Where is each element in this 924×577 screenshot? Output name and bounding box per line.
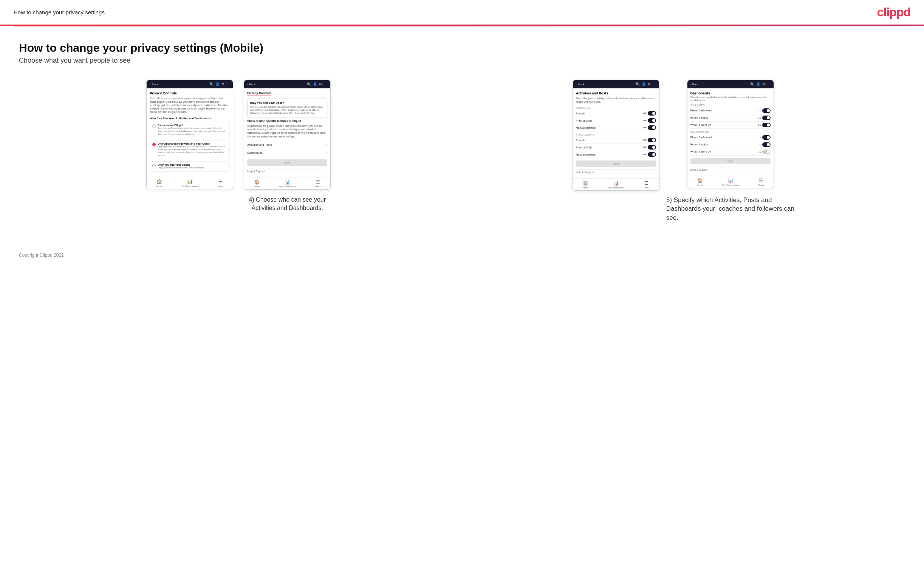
screen4-icons: 🔍 👤 ⚙ ⋮ — [750, 82, 771, 86]
screen4-section-title: Dashboards — [690, 91, 771, 95]
nav-menu[interactable]: ☰ Menu — [218, 179, 223, 187]
user-icon3[interactable]: 👤 — [642, 82, 646, 86]
screen3-f-manual-pill[interactable] — [648, 152, 656, 157]
screen4-f-round-insights-pill[interactable] — [762, 142, 771, 147]
screen4-what-to-work-switch[interactable]: ON — [758, 123, 771, 127]
performance-icon2: 📊 — [284, 179, 290, 185]
screen3-drills-switch[interactable]: ON — [643, 118, 656, 123]
search-icon2[interactable]: 🔍 — [307, 82, 311, 86]
settings-icon[interactable]: ⚙ — [221, 82, 225, 86]
screen4-what-to-work-pill[interactable] — [762, 123, 771, 127]
screen3-f-rounds-pill[interactable] — [648, 138, 656, 142]
radio-approved[interactable]: Only Approved Followers and Your Coach O… — [150, 140, 230, 160]
radio-you-coach[interactable]: Only You and Your Coach Only you and the… — [150, 161, 230, 172]
screen3-rounds-toggle: Rounds ON — [576, 110, 656, 117]
nav-home[interactable]: 🏠 Home — [157, 179, 163, 187]
screen3-manual-on: ON — [643, 126, 647, 129]
user-icon2[interactable]: 👤 — [313, 82, 317, 86]
screen3-rounds-pill[interactable] — [648, 111, 656, 116]
screen3-followers-label: FOLLOWERS — [576, 133, 656, 136]
screen4-what-to-work-toggle: What To Work On ON — [690, 122, 771, 129]
screen4-nav: ‹ Back 🔍 👤 ⚙ ⋮ — [687, 80, 774, 89]
user-icon4[interactable]: 👤 — [756, 82, 760, 86]
screen3-manual-switch[interactable]: ON — [643, 126, 656, 130]
screen4-round-insights-pill[interactable] — [762, 116, 771, 120]
search-icon[interactable]: 🔍 — [209, 82, 213, 86]
screen4-f-round-insights-switch[interactable]: ON — [758, 142, 771, 147]
dashboards-link[interactable]: Dashboards › — [247, 149, 327, 157]
menu-icon2: ☰ — [316, 179, 320, 185]
screen4-player-dash-switch[interactable]: ON — [758, 108, 771, 113]
screen1-icons: 🔍 👤 ⚙ ⋮ — [209, 82, 230, 86]
screen3-f-drills-switch[interactable]: ON — [643, 145, 656, 150]
screen4-f-what-to-work-switch[interactable]: ON — [758, 150, 771, 154]
screen4-bottom-nav: 🏠 Home 📊 My Performance ☰ Menu — [687, 176, 774, 188]
menu-dots-icon[interactable]: ⋮ — [226, 82, 230, 86]
screen2-show-hide-text: Regardless of the privacy controls that … — [247, 124, 327, 138]
screen4-save-btn[interactable]: Save — [690, 158, 771, 164]
screen4-f-what-to-work-pill[interactable] — [762, 150, 771, 154]
screen3-f-drills-toggle: Practice Drills ON — [576, 144, 656, 151]
screen4-round-insights-switch[interactable]: ON — [758, 116, 771, 120]
screen3-back[interactable]: ‹ Back — [576, 83, 585, 86]
screen3-manual-pill[interactable] — [648, 126, 656, 130]
caption5: 5) Specify which Activities, Posts and D… — [666, 196, 795, 222]
screen3-manual-label: Manual Activities — [576, 126, 596, 129]
screen4-f-player-dash-switch[interactable]: ON — [758, 135, 771, 140]
nav-menu3[interactable]: ☰ Menu — [644, 181, 649, 189]
tooltip-title: Only You and Your Coach — [250, 101, 325, 105]
nav-menu4[interactable]: ☰ Menu — [758, 178, 764, 186]
nav-performance3[interactable]: 📊 My Performance — [608, 181, 624, 189]
screen2-group: ‹ Back 🔍 👤 ⚙ ⋮ Privacy Controls Only You… — [240, 80, 334, 222]
screen3-f-drills-pill[interactable] — [648, 145, 656, 150]
screen4-round-insights-on: ON — [758, 117, 761, 119]
screen4-group: ‹ Back 🔍 👤 ⚙ ⋮ Dashboards Select the das… — [666, 80, 795, 222]
nav-performance2[interactable]: 📊 My Performance — [279, 179, 296, 188]
nav-home2[interactable]: 🏠 Home — [254, 179, 260, 188]
nav-home3[interactable]: 🏠 Home — [582, 181, 588, 189]
performance-icon4: 📊 — [728, 178, 733, 183]
nav-performance4[interactable]: 📊 My Performance — [722, 178, 739, 186]
screen3-rounds-on: ON — [643, 112, 647, 114]
screen4-player-dash-on: ON — [758, 110, 761, 112]
page-heading: How to change your privacy settings (Mob… — [19, 42, 905, 54]
screen2-back[interactable]: ‹ Back — [247, 83, 256, 86]
screen4-back[interactable]: ‹ Back — [690, 83, 699, 86]
user-icon[interactable]: 👤 — [215, 82, 220, 86]
screen3-drills-pill[interactable] — [648, 118, 656, 123]
screen3-f-rounds-toggle: Rounds ON — [576, 137, 656, 144]
search-icon3[interactable]: 🔍 — [636, 82, 640, 86]
screen1-back[interactable]: ‹ Back — [150, 83, 158, 86]
arrow-right-icon2: › — [326, 151, 327, 155]
screen4-f-player-dash-label: Player Dashboard — [690, 136, 712, 139]
screen3-save-btn[interactable]: Save — [576, 161, 656, 167]
settings-icon4[interactable]: ⚙ — [762, 82, 765, 86]
screen4-player-dash-pill[interactable] — [762, 108, 771, 113]
screen2-tab[interactable]: Privacy Controls — [247, 91, 271, 96]
home-icon: 🏠 — [157, 179, 162, 184]
radio-everyone[interactable]: Everyone on Clippd Everyone on Clippd ca… — [150, 122, 230, 138]
screen2-show-hide-title: Show or hide specific features in Clippd — [247, 119, 327, 123]
screen3-manual-toggle: Manual Activities ON — [576, 124, 656, 131]
screen3-f-manual-switch[interactable]: ON — [643, 152, 656, 157]
nav-home4[interactable]: 🏠 Home — [697, 178, 703, 186]
screen4-help: Help & Support — [690, 166, 771, 172]
settings-icon2[interactable]: ⚙ — [319, 82, 322, 86]
nav-performance2-label: My Performance — [279, 185, 296, 188]
screen3-section-title: Activities and Posts — [576, 91, 656, 95]
activities-posts-link[interactable]: Activities and Posts › — [247, 141, 327, 149]
radio-approved-circle — [152, 143, 156, 146]
menu-dots-icon3[interactable]: ⋮ — [653, 82, 656, 86]
search-icon4[interactable]: 🔍 — [750, 82, 754, 86]
screen3-rounds-switch[interactable]: ON — [643, 111, 656, 116]
nav-performance[interactable]: 📊 My Performance — [182, 179, 199, 187]
menu-dots-icon2[interactable]: ⋮ — [324, 82, 327, 86]
settings-icon3[interactable]: ⚙ — [648, 82, 651, 86]
screen2-save-btn[interactable]: Save — [247, 160, 327, 166]
screen4-f-player-dash-pill[interactable] — [762, 135, 771, 140]
screen3-f-rounds-switch[interactable]: ON — [643, 138, 656, 142]
screen3-rounds-label: Rounds — [576, 112, 585, 115]
menu-dots-icon4[interactable]: ⋮ — [767, 82, 771, 86]
nav-menu2[interactable]: ☰ Menu — [315, 179, 321, 188]
menu-icon4: ☰ — [759, 178, 763, 183]
